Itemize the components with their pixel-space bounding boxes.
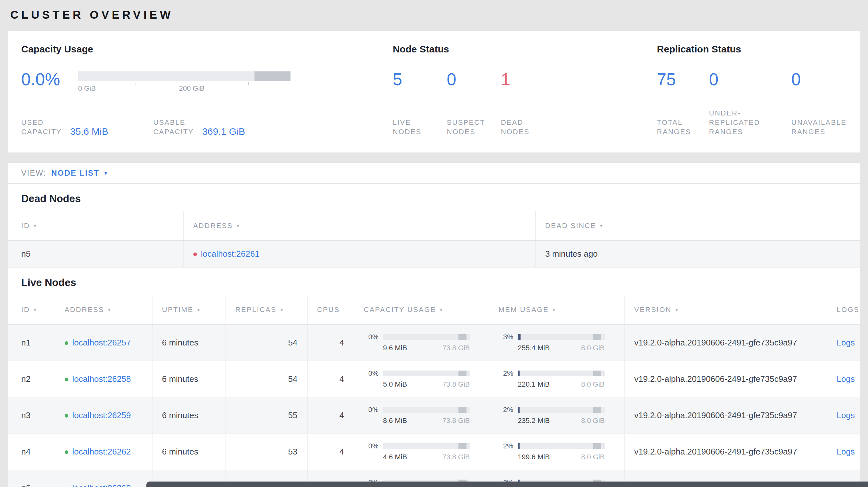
under-replicated-ranges-label: UNDER- REPLICATED RANGES	[709, 108, 792, 136]
live-col-replicas[interactable]: REPLICAS▼	[225, 295, 307, 325]
node-version: v19.2.0-alpha.20190606-2491-gfe735c9a97	[624, 325, 827, 361]
dead-node-address-link[interactable]: localhost:26261	[201, 249, 260, 259]
node-logs-link[interactable]: Logs	[837, 447, 855, 456]
capacity-percent: 0%	[364, 405, 379, 414]
node-version: v19.2.0-alpha.20190606-2491-gfe735c9a97	[624, 433, 827, 470]
capacity-used: 5.0 MiB	[383, 380, 407, 389]
mem-percent: 3%	[499, 333, 514, 341]
live-col-address[interactable]: ADDRESS▼	[55, 295, 152, 325]
mem-total: 8.0 GiB	[581, 417, 604, 425]
total-ranges-count: 75	[657, 71, 709, 88]
node-status-section: Node Status 5 0 1 LIVE NODES SUSPECT NOD…	[393, 44, 657, 136]
node-mem-usage-cell: 3% 255.4 MiB8.0 GiB	[489, 325, 624, 361]
live-status-dot-icon	[65, 450, 68, 454]
node-logs-link[interactable]: Logs	[837, 411, 855, 420]
axis-tick-label-0: 0 GiB	[78, 84, 96, 93]
live-status-dot-icon	[65, 378, 68, 381]
dead-col-address[interactable]: ADDRESS▼	[183, 211, 535, 240]
node-logs-cell: Logs	[827, 433, 860, 470]
mem-meter-bar	[518, 407, 605, 413]
capacity-percent: 0%	[364, 442, 379, 450]
dead-col-dead-since[interactable]: DEAD SINCE▼	[535, 211, 860, 240]
node-mem-usage-cell: 2% 235.2 MiB8.0 GiB	[489, 397, 624, 433]
node-address-link[interactable]: localhost:26262	[72, 447, 131, 456]
sort-arrow-icon: ▼	[107, 307, 112, 312]
node-address-cell: localhost:26262	[55, 433, 152, 470]
capacity-meter-bar	[383, 443, 470, 449]
node-replicas: 53	[225, 433, 307, 470]
unavailable-ranges-label: UNAVAILABLE RANGES	[792, 118, 847, 136]
node-uptime: 6 minutes	[152, 325, 225, 361]
node-logs-cell: Logs	[827, 361, 860, 397]
node-status-stats: 5 0 1 LIVE NODES SUSPECT NODES DEAD NODE…	[393, 71, 657, 136]
capacity-meter-bar	[383, 370, 470, 376]
capacity-usage-section: Capacity Usage 0.0% 0 GiB 200 GiB	[21, 44, 393, 136]
live-col-uptime[interactable]: UPTIME▼	[152, 295, 225, 325]
node-uptime: 6 minutes	[152, 361, 225, 397]
live-col-version[interactable]: VERSION▼	[624, 295, 827, 325]
live-nodes-title: Live Nodes	[8, 268, 860, 295]
sort-arrow-icon: ▼	[236, 223, 241, 228]
capacity-bar-area: 0 GiB 200 GiB	[78, 71, 290, 94]
node-capacity-usage-cell: 0% 8.6 MiB73.8 GiB	[354, 397, 489, 433]
suspect-nodes-count: 0	[447, 71, 501, 88]
sort-arrow-icon: ▼	[280, 307, 285, 312]
live-col-cpus[interactable]: CPUS	[307, 295, 354, 325]
under-replicated-ranges-count: 0	[709, 71, 792, 88]
node-address-link[interactable]: localhost:26258	[72, 374, 131, 384]
live-nodes-header-row: ID▼ ADDRESS▼ UPTIME▼ REPLICAS▼ CPUS CAPA…	[8, 295, 860, 325]
capacity-usage-title: Capacity Usage	[21, 44, 393, 55]
node-mem-usage-cell: 2% 199.6 MiB8.0 GiB	[489, 433, 624, 470]
node-logs-link[interactable]: Logs	[837, 374, 855, 384]
suspect-nodes-label: SUSPECT NODES	[447, 118, 501, 136]
dead-node-dead-since: 3 minutes ago	[535, 240, 860, 268]
replication-status-stats: 75 0 0 TOTAL RANGES UNDER- REPLICATED RA…	[657, 71, 847, 136]
node-id: n2	[8, 361, 55, 397]
live-node-row: n4 localhost:26262 6 minutes 53 4 0% 4.6…	[8, 433, 860, 470]
mem-meter-bar	[518, 370, 605, 376]
sort-arrow-icon: ▼	[196, 307, 202, 312]
view-selector-dropdown[interactable]: NODE LIST ▼	[52, 168, 109, 177]
live-nodes-label: LIVE NODES	[393, 118, 447, 136]
summary-card: Capacity Usage 0.0% 0 GiB 200 GiB	[8, 31, 860, 153]
capacity-bar	[78, 71, 290, 81]
node-logs-cell: Logs	[827, 397, 860, 433]
chevron-down-icon: ▼	[103, 170, 109, 176]
node-cpus: 4	[307, 433, 354, 470]
node-address-cell: localhost:26259	[55, 397, 152, 433]
used-capacity-value: 35.6 MiB	[70, 126, 108, 137]
node-version: v19.2.0-alpha.20190606-2491-gfe735c9a97	[624, 397, 827, 433]
node-logs-link[interactable]: Logs	[837, 338, 855, 347]
node-address-cell: localhost:26260	[55, 470, 152, 487]
dead-node-row: n5 localhost:26261 3 minutes ago	[8, 240, 860, 268]
usable-capacity-label: USABLE CAPACITY	[153, 118, 194, 136]
used-capacity-stat: USED CAPACITY 35.6 MiB	[21, 118, 108, 136]
usable-capacity-stat: USABLE CAPACITY 369.1 GiB	[153, 118, 245, 136]
mem-used: 199.6 MiB	[518, 453, 550, 461]
node-address-link[interactable]: localhost:26259	[72, 411, 131, 420]
node-replicas: 55	[225, 397, 307, 433]
node-capacity-usage-cell: 0% 4.6 MiB73.8 GiB	[354, 433, 489, 470]
used-capacity-label: USED CAPACITY	[21, 118, 62, 136]
mem-total: 8.0 GiB	[581, 453, 604, 461]
mem-used: 220.1 MiB	[518, 380, 550, 389]
live-col-mem-usage[interactable]: MEM USAGE▼	[489, 295, 624, 325]
node-address-cell: localhost:26257	[55, 325, 152, 361]
live-status-dot-icon	[65, 341, 68, 345]
dead-node-id: n5	[8, 240, 183, 268]
node-status-title: Node Status	[393, 44, 657, 55]
node-address-link[interactable]: localhost:26260	[72, 483, 131, 487]
dead-nodes-header-row: ID▼ ADDRESS▼ DEAD SINCE▼	[8, 211, 860, 240]
mem-used: 235.2 MiB	[518, 417, 550, 425]
node-address-cell: localhost:26258	[55, 361, 152, 397]
node-address-link[interactable]: localhost:26257	[72, 338, 131, 347]
live-col-capacity-usage[interactable]: CAPACITY USAGE▼	[354, 295, 489, 325]
view-label: VIEW:	[21, 168, 46, 177]
live-nodes-table: ID▼ ADDRESS▼ UPTIME▼ REPLICAS▼ CPUS CAPA…	[8, 295, 860, 487]
cluster-overview-page: CLUSTER OVERVIEW Capacity Usage 0.0% 0 G…	[0, 0, 868, 487]
live-nodes-count: 5	[393, 71, 447, 88]
live-col-id[interactable]: ID▼	[8, 295, 55, 325]
mem-total: 8.0 GiB	[581, 344, 604, 352]
dead-col-id[interactable]: ID▼	[8, 211, 183, 240]
dead-nodes-count: 1	[501, 71, 657, 88]
